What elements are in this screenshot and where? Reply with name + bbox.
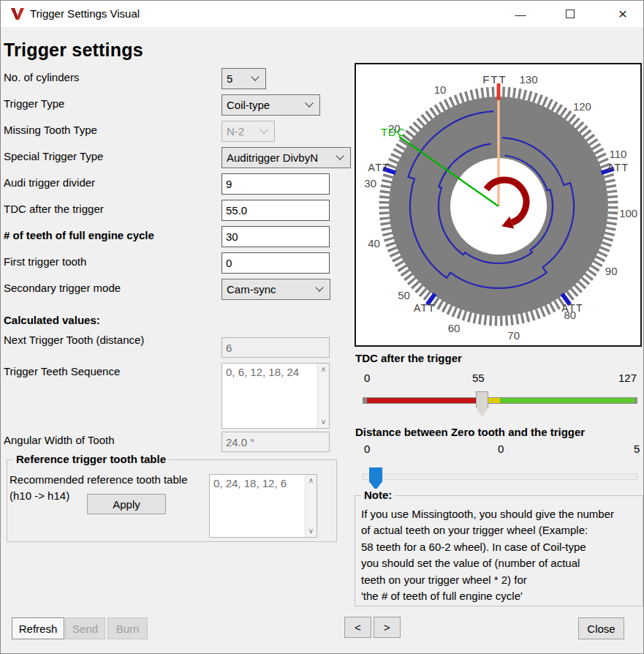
page-title: Trigger settings — [4, 40, 143, 61]
svg-text:30: 30 — [364, 177, 376, 189]
chevron-down-icon — [315, 283, 323, 291]
minimize-icon: — — [515, 8, 526, 20]
chevron-down-icon — [305, 99, 313, 107]
tdc-slider-min: 0 — [364, 372, 370, 384]
angular-width-output — [221, 432, 330, 452]
label-tdc-after: TDC after the trigger — [4, 203, 104, 215]
scroll-down-icon[interactable]: ∨ — [318, 417, 329, 427]
svg-text:80: 80 — [564, 309, 576, 321]
note-title: Note: — [361, 489, 395, 501]
tdc-after-input[interactable] — [221, 200, 330, 221]
scroll-down-icon[interactable]: ∨ — [306, 526, 317, 536]
next-button[interactable]: > — [374, 617, 401, 638]
missing-tooth-select: N-2 — [221, 121, 275, 142]
label-angular-width: Angular Width of Tooth — [4, 434, 114, 446]
maximize-button[interactable] — [553, 1, 587, 27]
svg-text:70: 70 — [507, 329, 520, 342]
label-trigger-type: Trigger Type — [4, 97, 64, 110]
svg-text:ATT: ATT — [607, 162, 629, 173]
note-group: Note: If you use Missingtooth, you shoul… — [355, 495, 643, 606]
tdc-slider-thumb[interactable] — [476, 391, 488, 417]
distance-slider-label: Distance between Zero tooth and the trig… — [355, 426, 585, 438]
tdc-slider-current: 55 — [472, 372, 485, 384]
tdc-slider-max: 127 — [618, 372, 637, 384]
special-trigger-select[interactable]: Auditrigger DivbyN — [221, 147, 351, 168]
titlebar[interactable]: Trigger Settings Visual — × — [1, 1, 643, 27]
scrollbar[interactable]: ∧ ∨ — [317, 364, 329, 428]
label-missing-tooth: Missing Tooth Type — [4, 124, 97, 136]
svg-text:40: 40 — [368, 237, 380, 249]
svg-text:ATT: ATT — [368, 162, 390, 173]
close-icon: × — [618, 5, 627, 23]
burn-button: Burn — [107, 617, 148, 639]
window-title: Trigger Settings Visual — [30, 7, 140, 20]
refresh-button[interactable]: Refresh — [12, 617, 64, 639]
close-button[interactable]: Close — [578, 617, 624, 639]
teeth-cycle-input[interactable] — [221, 226, 330, 247]
reference-table-box[interactable]: 0, 24, 18, 12, 6 ∧ ∨ — [209, 474, 317, 538]
chevron-down-icon — [336, 151, 344, 159]
trigger-type-select[interactable]: Coil-type — [221, 94, 320, 116]
first-tooth-input[interactable] — [221, 252, 330, 274]
app-logo-icon — [10, 7, 25, 21]
distance-slider-thumb[interactable] — [369, 467, 382, 490]
maximize-icon — [566, 10, 575, 18]
svg-text:90: 90 — [605, 265, 618, 277]
label-special-trigger: Special Trigger Type — [4, 150, 103, 162]
svg-text:10: 10 — [434, 83, 447, 96]
teeth-sequence-box[interactable]: 0, 6, 12, 18, 24 ∧ ∨ — [221, 363, 330, 429]
svg-text:FTT: FTT — [482, 73, 507, 86]
label-next-tooth: Next Trigger Tooth (distance) — [4, 334, 144, 346]
svg-text:ATT: ATT — [414, 302, 436, 314]
distance-slider-max: 5 — [634, 443, 640, 455]
scrollbar[interactable]: ∧ ∨ — [305, 475, 317, 537]
trigger-settings-window: Trigger Settings Visual — × Trigger sett… — [0, 0, 644, 654]
tdc-slider-label: TDC after the trigger — [355, 352, 462, 364]
label-teeth-sequence: Trigger Teeth Sequence — [4, 365, 120, 377]
label-teeth-cycle: # of teeth of full engine cycle — [4, 229, 154, 241]
chevron-down-icon — [251, 72, 259, 80]
chevron-down-icon — [260, 125, 268, 133]
scroll-up-icon[interactable]: ∧ — [318, 364, 329, 375]
audi-divider-input[interactable] — [221, 173, 330, 195]
secondary-mode-select[interactable]: Cam-sync — [221, 279, 330, 300]
svg-text:120: 120 — [573, 100, 591, 113]
reference-group-title: Reference trigger tooth table — [13, 453, 169, 465]
distance-slider-min: 0 — [364, 443, 370, 455]
tdc-slider-track[interactable] — [363, 397, 637, 404]
label-secondary-mode: Secondary trigger mode — [4, 282, 121, 294]
scroll-up-icon[interactable]: ∧ — [306, 476, 317, 486]
svg-text:TDC: TDC — [381, 126, 406, 138]
svg-text:130: 130 — [520, 73, 538, 86]
label-audi-divider: Audi trigger divider — [4, 176, 95, 189]
distance-slider-track[interactable] — [363, 473, 637, 480]
label-first-tooth: First trigger tooth — [4, 255, 86, 268]
svg-text:50: 50 — [398, 289, 410, 301]
apply-button[interactable]: Apply — [87, 494, 166, 514]
svg-text:60: 60 — [448, 322, 461, 334]
distance-slider-current: 0 — [498, 443, 504, 455]
svg-text:110: 110 — [609, 148, 626, 160]
trigger-wheel-visualization: ATTATTATTATT1020304050607080901001101201… — [355, 63, 642, 347]
reference-label: Recommended reference tooth table — [10, 473, 187, 486]
close-window-button[interactable]: × — [606, 1, 640, 27]
calculated-heading: Calculated values: — [4, 314, 100, 326]
reference-sublabel: (h10 -> h14) — [10, 489, 69, 502]
cylinders-select[interactable]: 5 — [221, 68, 266, 89]
note-text: If you use Missingtooth, you should give… — [361, 506, 640, 604]
send-button: Send — [65, 617, 105, 639]
svg-text:100: 100 — [619, 207, 637, 219]
minimize-button[interactable]: — — [504, 1, 537, 27]
prev-button[interactable]: < — [344, 617, 371, 638]
next-tooth-output — [221, 337, 330, 358]
label-cylinders: No. of cylinders — [4, 71, 79, 83]
